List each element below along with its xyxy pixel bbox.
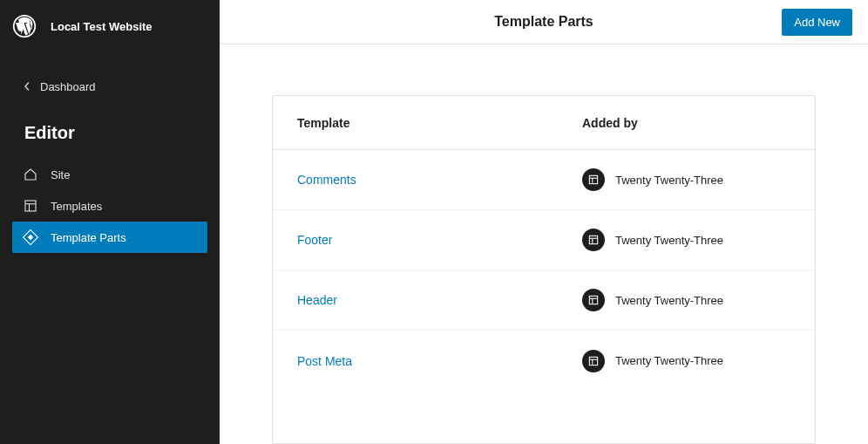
nav-label: Templates — [51, 200, 102, 213]
theme-icon — [582, 289, 605, 311]
content: Template Added by Comments Twenty Twenty… — [220, 44, 868, 444]
template-link[interactable]: Header — [297, 293, 337, 307]
theme-icon — [582, 168, 605, 191]
template-parts-table: Template Added by Comments Twenty Twenty… — [272, 95, 816, 444]
theme-name: Twenty Twenty-Three — [615, 294, 723, 307]
template-link[interactable]: Footer — [297, 233, 332, 247]
svg-rect-5 — [28, 235, 33, 240]
chevron-left-icon — [23, 80, 31, 93]
template-link[interactable]: Post Meta — [297, 354, 352, 368]
svg-rect-12 — [589, 296, 597, 304]
table-header: Template Added by — [273, 96, 815, 150]
nav-item-template-parts[interactable]: Template Parts — [12, 222, 207, 253]
table-row: Comments Twenty Twenty-Three — [273, 150, 815, 210]
svg-rect-15 — [589, 357, 597, 365]
back-to-dashboard[interactable]: Dashboard — [0, 70, 220, 104]
table-row: Footer Twenty Twenty-Three — [273, 210, 815, 270]
theme-icon — [582, 350, 605, 372]
svg-rect-1 — [25, 201, 36, 211]
topbar: Template Parts Add New — [220, 0, 868, 44]
site-name: Local Test Website — [51, 20, 153, 33]
nav-label: Template Parts — [51, 231, 126, 244]
template-part-icon — [23, 229, 38, 245]
template-link[interactable]: Comments — [297, 173, 356, 187]
theme-icon — [582, 229, 605, 251]
table-row: Post Meta Twenty Twenty-Three — [273, 331, 815, 391]
section-title: Editor — [0, 104, 220, 159]
theme-name: Twenty Twenty-Three — [615, 234, 723, 247]
col-header-template: Template — [297, 116, 582, 130]
nav-label: Site — [51, 168, 70, 181]
home-icon — [23, 167, 38, 182]
add-new-button[interactable]: Add New — [782, 9, 852, 36]
theme-name: Twenty Twenty-Three — [615, 174, 723, 187]
page-title: Template Parts — [494, 14, 593, 30]
sidebar-nav: Site Templates Template Parts — [0, 159, 220, 253]
brand[interactable]: Local Test Website — [0, 9, 220, 51]
nav-item-site[interactable]: Site — [12, 159, 207, 190]
svg-rect-6 — [589, 175, 597, 183]
back-label: Dashboard — [40, 80, 96, 93]
svg-rect-9 — [589, 236, 597, 243]
main: Template Parts Add New Template Added by… — [220, 0, 868, 444]
theme-name: Twenty Twenty-Three — [615, 354, 723, 367]
wordpress-logo-icon — [12, 14, 37, 38]
table-row: Header Twenty Twenty-Three — [273, 270, 815, 331]
layout-icon — [23, 198, 38, 214]
nav-item-templates[interactable]: Templates — [12, 190, 207, 222]
sidebar: Local Test Website Dashboard Editor Site… — [0, 0, 220, 444]
col-header-added-by: Added by — [582, 116, 790, 130]
